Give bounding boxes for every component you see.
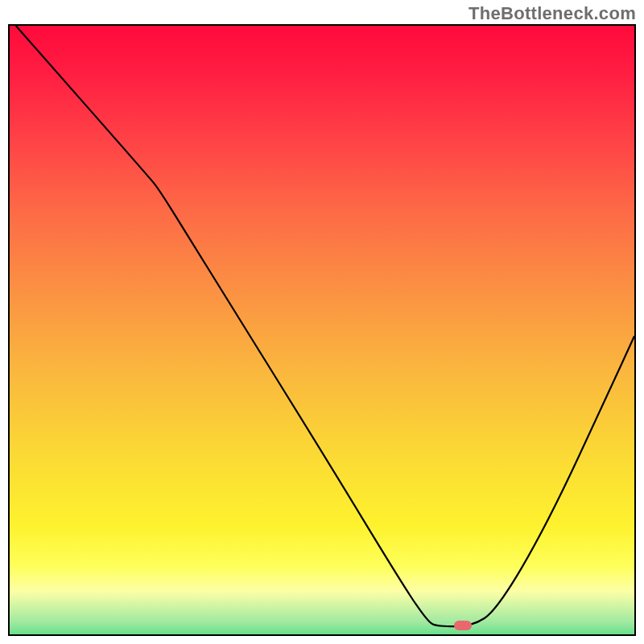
watermark-text: TheBottleneck.com [469,3,636,24]
optimal-point-marker [454,621,472,630]
plot-area [8,24,636,636]
data-curve [10,26,634,634]
chart-stage: TheBottleneck.com [0,0,644,644]
